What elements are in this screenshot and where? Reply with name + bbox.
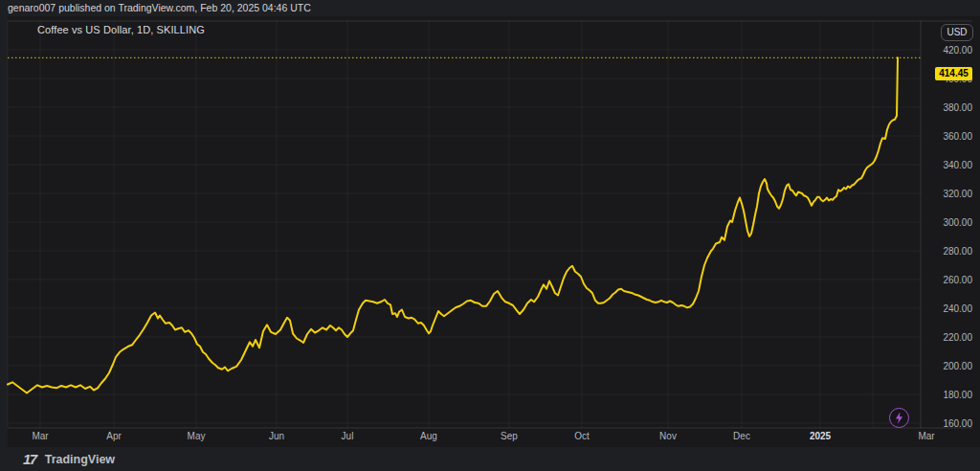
time-axis-label: 2025 [810,428,831,444]
price-tick-label: 320.00 [943,189,972,199]
footer-bar: 17 TradingView [0,447,980,471]
price-tick-label: 360.00 [943,131,972,142]
price-tick-label: 380.00 [943,102,972,113]
time-axis-label: Jun [269,428,284,444]
time-axis-label: Nov [659,428,677,444]
chart-area: Coffee vs US Dollar, 1D, SKILLING 420.00… [0,16,980,447]
price-tick-label: 180.00 [943,390,972,400]
attribution-bar: genaro007 published on TradingView.com, … [0,0,980,16]
currency-button[interactable]: USD [941,24,973,41]
price-tick-label: 260.00 [943,275,972,285]
boost-button[interactable] [889,408,909,428]
time-axis-label: Sep [501,428,518,444]
chart-pane[interactable] [8,21,921,428]
last-price-badge: 414.45 [935,67,972,80]
attribution-text: genaro007 published on TradingView.com, … [8,2,311,13]
symbol-legend[interactable]: Coffee vs US Dollar, 1D, SKILLING [37,24,205,35]
lightning-bolt-icon [894,412,904,424]
tradingview-logo-icon[interactable]: 17 [23,452,36,466]
time-axis-label: Apr [106,428,122,444]
price-tick-label: 300.00 [943,217,972,228]
price-tick-label: 340.00 [943,160,972,170]
time-axis-label: Mar [32,428,48,444]
time-axis-label: Mar [918,428,934,444]
tradingview-brand-link[interactable]: TradingView [45,453,115,466]
time-axis-label: Oct [574,428,590,444]
price-tick-label: 160.00 [943,418,972,429]
price-tick-label: 420.00 [943,45,972,56]
time-axis-label: May [188,428,206,444]
time-axis-label: Jul [342,428,354,444]
price-tick-label: 240.00 [943,303,972,314]
time-axis-label: Dec [733,428,750,444]
price-tick-label: 200.00 [943,361,972,371]
time-axis[interactable]: MarAprMayJunJulAugSepOctNovDec2025Mar [0,428,980,447]
time-axis-label: Aug [420,428,437,444]
tradingview-published-chart: genaro007 published on TradingView.com, … [0,0,980,471]
price-tick-label: 220.00 [943,332,972,343]
left-margin [0,16,8,447]
price-tick-label: 280.00 [943,246,972,257]
